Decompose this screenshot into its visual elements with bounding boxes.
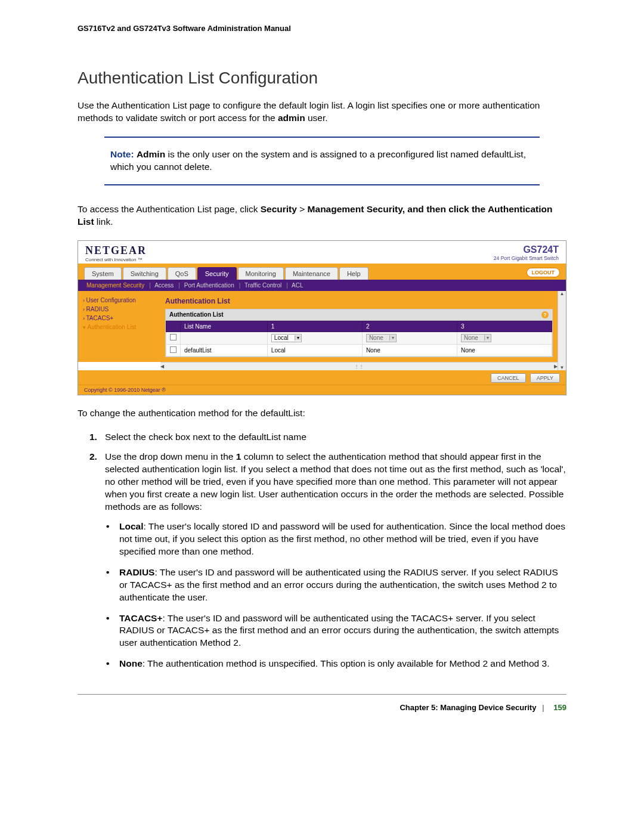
panel-header: Authentication List ? [166, 309, 552, 321]
method3-value: None [462, 335, 484, 341]
product-desc: 24 Port Gigabit Smart Switch [494, 255, 559, 261]
bullet-tacacs: • TACACS+: The user's ID and password wi… [106, 612, 566, 650]
section-heading: Authentication List Configuration [78, 69, 566, 88]
sidebar-item-authentication-list[interactable]: Authentication List [83, 323, 160, 332]
method3-dropdown[interactable]: None▾ [461, 334, 491, 342]
ordered-steps: 1. Select the check box next to the defa… [89, 431, 566, 513]
footer-rule [78, 694, 566, 695]
sidebar-item-tacacs[interactable]: TACACS+ [83, 314, 160, 323]
bullet-label: TACACS+ [119, 613, 162, 623]
step-text: Select the check box next to the default… [105, 431, 306, 444]
sidebar-item-user-configuration[interactable]: User Configuration [83, 296, 160, 305]
step-text: Use the drop down menu in the 1 column t… [105, 451, 566, 513]
intro-text-2: user. [305, 113, 328, 123]
page-footer: Chapter 5: Managing Device Security | 15… [78, 703, 566, 712]
bullet-label: RADIUS [119, 567, 154, 577]
col-list-name: List Name [181, 321, 268, 332]
method1-dropdown[interactable]: Local▾ [271, 334, 302, 342]
bullet-text: : The user's locally stored ID and passw… [119, 521, 565, 556]
method-bullets: • Local: The user's locally stored ID an… [106, 521, 566, 670]
step-2: 2. Use the drop down menu in the 1 colum… [89, 451, 566, 513]
auth-list-table: List Name 1 2 3 [166, 321, 552, 357]
ss-logo-block: NETGEAR Connect with Innovation ™ [85, 244, 147, 262]
row-checkbox[interactable] [170, 334, 177, 340]
cancel-button[interactable]: CANCEL [491, 373, 526, 383]
method2-dropdown[interactable]: None▾ [366, 334, 397, 342]
tab-qos[interactable]: QoS [168, 267, 196, 280]
scroll-left-icon[interactable]: ◀ [160, 364, 164, 369]
method3-cell: None [457, 344, 552, 356]
chevron-down-icon: ▾ [484, 335, 491, 340]
method2-cell: None [362, 344, 457, 356]
horizontal-scrollbar[interactable]: ◀ ⋮⋮ ▶ [160, 362, 558, 370]
bullet-none: • None: The authentication method is uns… [106, 658, 566, 670]
subtab-access[interactable]: Access [154, 282, 174, 289]
ss-top-bar: NETGEAR Connect with Innovation ™ GS724T… [78, 241, 566, 264]
step2-pre: Use the drop down menu in the [105, 451, 236, 462]
row-checkbox[interactable] [170, 346, 177, 353]
subtab-management-security[interactable]: Management Security [86, 282, 144, 289]
auth-list-panel: Authentication List ? List Name 1 2 3 [165, 309, 553, 357]
scroll-up-icon[interactable]: ▲ [560, 291, 565, 296]
help-icon[interactable]: ? [541, 311, 549, 318]
ss-main: Authentication List Authentication List … [165, 296, 553, 357]
chevron-down-icon: ▾ [295, 335, 301, 340]
logout-button[interactable]: LOGOUT [527, 268, 561, 277]
step-number: 1. [89, 431, 105, 444]
bullet-text: : The user's ID and password will be aut… [119, 613, 559, 648]
sidebar-item-radius[interactable]: RADIUS [83, 305, 160, 314]
ss-copyright: Copyright © 1996-2010 Netgear ® [78, 385, 566, 395]
ss-tab-bar: System Switching QoS Security Monitoring… [78, 264, 566, 280]
table-row-input: Local▾ None▾ [166, 332, 552, 344]
table-row: defaultList Local None None [166, 344, 552, 356]
tab-monitoring[interactable]: Monitoring [238, 267, 284, 280]
list-name-input[interactable] [181, 332, 268, 344]
tab-system[interactable]: System [84, 267, 122, 280]
vertical-scrollbar[interactable]: ▲ ▼ [558, 291, 566, 370]
note-admin-word: Admin [137, 149, 165, 159]
step-number: 2. [89, 451, 105, 513]
subtab-traffic-control[interactable]: Traffic Control [244, 282, 281, 289]
footer-page-number: 159 [553, 703, 566, 712]
manual-title: GS716Tv2 and GS724Tv3 Software Administr… [78, 24, 566, 33]
panel-header-label: Authentication List [169, 311, 224, 318]
netgear-tagline: Connect with Innovation ™ [85, 257, 147, 262]
note-text: is the only user on the system and is as… [110, 149, 526, 172]
intro-paragraph: Use the Authentication List page to conf… [78, 100, 566, 125]
col-checkbox [166, 321, 181, 332]
bullet-dot-icon: • [106, 658, 119, 670]
intro-admin-word: admin [278, 113, 305, 123]
col-3: 3 [457, 321, 552, 332]
footer-chapter: Chapter 5: Managing Device Security [400, 703, 536, 712]
ss-action-bar: CANCEL APPLY [78, 370, 566, 385]
access-pre: To access the Authentication List page, … [78, 204, 261, 214]
apply-button[interactable]: APPLY [530, 373, 560, 383]
bullet-label: None [119, 658, 143, 668]
access-path1: Security [261, 204, 297, 214]
scroll-grip-icon[interactable]: ⋮⋮ [354, 364, 364, 369]
bullet-dot-icon: • [106, 612, 119, 650]
subtab-port-authentication[interactable]: Port Authentication [184, 282, 234, 289]
tab-help[interactable]: Help [339, 267, 369, 280]
list-name-cell: defaultList [181, 344, 268, 356]
ss-sub-tab-bar: Management Security| Access| Port Authen… [78, 280, 566, 291]
method1-value: Local [272, 335, 295, 341]
bullet-dot-icon: • [106, 566, 119, 604]
subtab-acl[interactable]: ACL [292, 282, 303, 289]
bullet-radius: • RADIUS: The user's ID and password wil… [106, 566, 566, 604]
tab-maintenance[interactable]: Maintenance [285, 267, 338, 280]
ss-sidebar: User Configuration RADIUS TACACS+ Authen… [83, 296, 160, 357]
chevron-down-icon: ▾ [389, 335, 396, 340]
bullet-label: Local [119, 521, 143, 531]
footer-separator: | [542, 703, 544, 712]
access-gt: > [299, 204, 305, 214]
main-panel-title: Authentication List [165, 296, 553, 309]
col-1: 1 [267, 321, 362, 332]
access-post: link. [94, 216, 113, 227]
scroll-down-icon[interactable]: ▼ [560, 365, 565, 370]
method1-cell: Local [267, 344, 362, 356]
tab-switching[interactable]: Switching [123, 267, 166, 280]
tab-security[interactable]: Security [197, 267, 237, 280]
bullet-dot-icon: • [106, 521, 119, 558]
method2-value: None [367, 335, 389, 341]
